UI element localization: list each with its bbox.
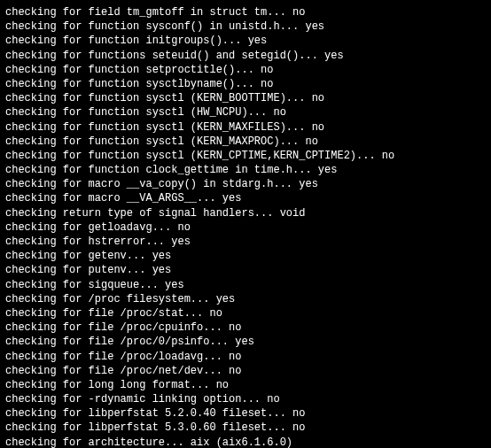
output-line: checking for functions seteuid() and set… [5,49,486,63]
output-line: checking for macro __VA_ARGS__... yes [5,191,486,205]
output-line: checking for long long format... no [5,378,486,392]
terminal-output: checking for field tm_gmtoff in struct t… [5,5,486,448]
output-line: checking for libperfstat 5.2.0.40 filese… [5,406,486,421]
output-line: checking for hstrerror... yes [5,235,486,249]
output-line: checking for function sysconf() in unist… [5,19,486,34]
output-line: checking return type of signal handlers.… [5,206,486,220]
output-line: checking for function clock_gettime in t… [5,163,486,177]
output-line: checking for -rdynamic linking option...… [5,392,486,406]
output-line: checking for /proc filesystem... yes [5,292,486,306]
output-line: checking for function sysctl (HW_NCPU)..… [5,105,486,120]
output-line: checking for sigqueue... yes [5,278,486,292]
output-line: checking for function sysctl (KERN_CPTIM… [5,149,486,163]
output-line: checking for file /proc/stat... no [5,306,486,321]
output-line: checking for function sysctlbyname()... … [5,77,486,91]
output-line: checking for architecture... aix (aix6.1… [5,436,486,448]
output-line: checking for file /proc/0/psinfo... yes [5,335,486,349]
output-line: checking for libperfstat 5.3.0.60 filese… [5,421,486,435]
output-line: checking for function sysctl (KERN_MAXFI… [5,120,486,135]
output-line: checking for getenv... yes [5,249,486,263]
output-line: checking for file /proc/loadavg... no [5,350,486,364]
output-line: checking for putenv... yes [5,263,486,277]
output-line: checking for file /proc/net/dev... no [5,364,486,378]
output-line: checking for field tm_gmtoff in struct t… [5,5,486,19]
output-line: checking for function setproctitle()... … [5,63,486,77]
output-line: checking for file /proc/cpuinfo... no [5,321,486,335]
output-line: checking for function sysctl (KERN_MAXPR… [5,135,486,149]
output-line: checking for function initgroups()... ye… [5,34,486,48]
output-line: checking for macro __va_copy() in stdarg… [5,177,486,191]
output-line: checking for function sysctl (KERN_BOOTT… [5,91,486,105]
output-line: checking for getloadavg... no [5,220,486,235]
